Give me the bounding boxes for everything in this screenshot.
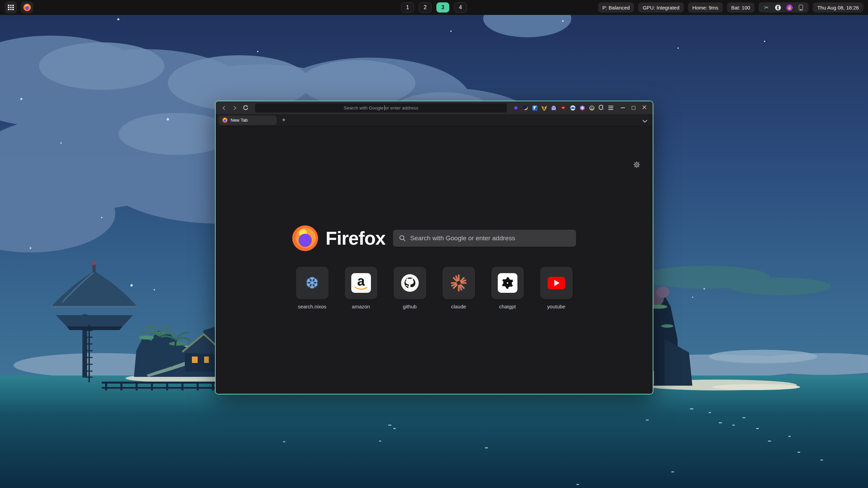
top-bar: 1 2 3 4 P: Balanced GPU: Integrated Home… [0, 0, 868, 15]
ublock-shield-icon: UO [560, 105, 566, 111]
new-tab-page: Firefox Search with Google or enter addr… [216, 126, 653, 394]
firefox-launcher-button[interactable] [21, 1, 33, 14]
orange-swoosh-icon [522, 105, 528, 111]
extension-ghostery[interactable] [550, 103, 558, 112]
extension-purple-diamond[interactable] [512, 103, 520, 112]
shortcut-search-nixos[interactable]: ❆ search.nixos [296, 267, 329, 309]
maximize-icon [632, 106, 635, 110]
firefox-window: Search with Google or enter address UO [215, 101, 653, 394]
latency-status: Home: 9ms [688, 2, 723, 13]
clock: Thu Aug 08, 18:26 [813, 2, 863, 13]
extension-shield-lock[interactable] [531, 103, 539, 112]
back-button[interactable] [219, 103, 229, 112]
workspace-2[interactable]: 2 [419, 2, 432, 13]
tab-list-chevron-down-icon[interactable] [643, 118, 647, 122]
extension-metamask[interactable] [540, 103, 548, 112]
purple-diamond-icon [513, 105, 519, 111]
shortcut-github[interactable]: github [394, 267, 426, 309]
metamask-fox-icon [541, 105, 547, 111]
shortcut-claude[interactable]: claude [442, 267, 475, 309]
workspace-4[interactable]: 4 [454, 2, 467, 13]
amazon-icon: a [351, 273, 371, 293]
power-profile-status: P: Balanced [598, 2, 634, 13]
workspace-1[interactable]: 1 [401, 2, 414, 13]
url-bar[interactable]: Search with Google or enter address [255, 103, 507, 113]
newtab-search-input[interactable]: Search with Google or enter address [393, 230, 576, 247]
url-placeholder: Search with Google or enter address [344, 105, 418, 110]
vpn-arc-icon [570, 105, 576, 111]
ghostery-ghost-icon [551, 105, 556, 111]
extension-spy-face[interactable] [588, 103, 596, 112]
extension-orange-swoosh[interactable] [521, 103, 529, 112]
forward-button[interactable] [230, 103, 239, 112]
personalize-settings-button[interactable] [633, 161, 640, 170]
puzzle-icon [598, 105, 604, 111]
firefox-icon [23, 4, 31, 11]
gear-icon [633, 161, 640, 168]
extension-ublock-origin[interactable]: UO [559, 103, 567, 112]
newtab-search-placeholder: Search with Google or enter address [410, 235, 515, 242]
svg-text:UO: UO [562, 106, 565, 108]
tab-new-tab[interactable]: New Tab [218, 116, 277, 125]
tab-favicon-firefox [222, 118, 228, 123]
claude-starburst-icon [450, 274, 468, 292]
reload-button[interactable] [241, 103, 250, 112]
newtab-hero: Firefox Search with Google or enter addr… [216, 225, 653, 251]
tab-bar: New Tab + [216, 114, 653, 126]
workspace-switcher: 1 2 3 4 [401, 2, 467, 13]
shortcut-chatgpt[interactable]: chatgpt [491, 267, 524, 309]
forward-icon [232, 106, 236, 110]
youtube-play-icon [548, 277, 565, 289]
hamburger-icon [608, 106, 613, 110]
firefox-logo [292, 225, 318, 251]
gpu-status: GPU: Integrated [638, 2, 684, 13]
extension-vpn[interactable] [569, 103, 577, 112]
menu-button[interactable] [607, 103, 615, 112]
minimize-button[interactable] [621, 107, 625, 108]
shortcut-youtube[interactable]: youtube [540, 267, 573, 309]
spy-face-icon [589, 105, 595, 111]
close-button[interactable] [642, 105, 647, 111]
phone-icon[interactable] [797, 4, 804, 11]
close-icon [642, 105, 647, 109]
firefox-wordmark: Firefox [326, 227, 385, 249]
purple-hexagon-icon [579, 105, 585, 111]
new-tab-button[interactable]: + [279, 116, 288, 125]
scissors-icon[interactable]: ✂ [763, 4, 770, 11]
nixos-snowflake-icon: ❆ [305, 274, 319, 292]
shortcut-tiles: ❆ search.nixos a amazon [216, 267, 653, 309]
github-octocat-icon [401, 274, 419, 292]
text-caret [384, 105, 385, 110]
shortcut-amazon[interactable]: a amazon [345, 267, 377, 309]
shield-lock-icon [532, 105, 538, 111]
extension-purple-hexagon[interactable] [578, 103, 586, 112]
workspace-3-active[interactable]: 3 [436, 2, 449, 13]
app-launcher-button[interactable] [5, 1, 17, 14]
battery-status: Bat: 100 [727, 2, 755, 13]
maximize-button[interactable] [632, 106, 635, 110]
desktop: 1 2 3 4 P: Balanced GPU: Integrated Home… [0, 0, 868, 488]
search-icon [399, 235, 406, 242]
navigation-toolbar: Search with Google or enter address UO [216, 101, 653, 114]
bluetooth-icon[interactable] [774, 4, 781, 11]
chatgpt-knot-icon [498, 273, 517, 293]
apps-grid-icon [8, 5, 14, 10]
tab-title: New Tab [231, 118, 248, 123]
back-icon [222, 106, 227, 110]
extensions-puzzle-button[interactable] [597, 103, 605, 112]
system-tray: ✂ [758, 2, 809, 13]
reload-icon [242, 105, 249, 111]
flameshot-icon[interactable] [786, 4, 793, 11]
minimize-icon [621, 107, 625, 108]
